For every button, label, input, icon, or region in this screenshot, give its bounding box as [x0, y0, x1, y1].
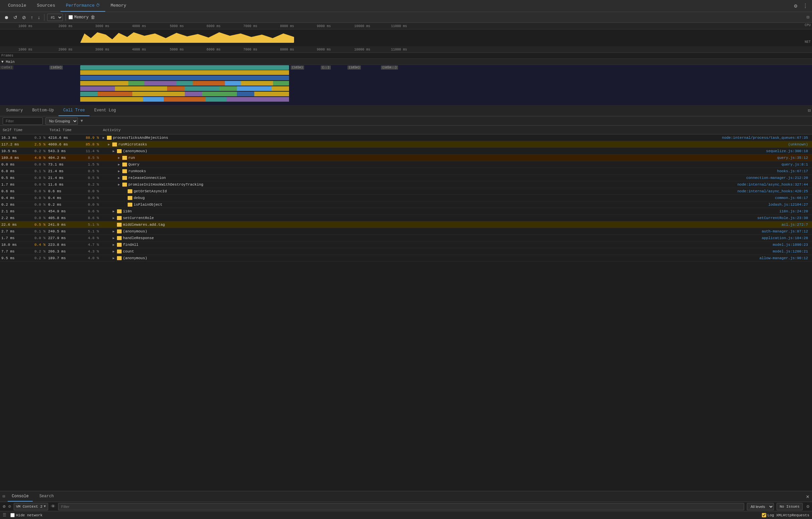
main-track-header[interactable]: ▼ Main: [0, 59, 812, 65]
expand-icon[interactable]: ▶: [112, 249, 116, 253]
flame-multicolor: [80, 81, 289, 86]
flame-chart-area[interactable]: (idle) (idle) (idle) (..) (idle) (idle..…: [0, 65, 812, 105]
console-clear-icon[interactable]: ⊘: [3, 503, 5, 509]
call-tree-table[interactable]: Self Time Total Time Activity 16.3 ms 0.…: [0, 126, 812, 491]
source-link[interactable]: connection-manager.js:212:20: [746, 176, 811, 180]
source-link[interactable]: (unknown): [788, 142, 811, 146]
expand-icon[interactable]: ▶: [117, 176, 121, 180]
table-row[interactable]: 16.3 ms 0.3 % 4216.6 ms 88.9 % ▶ process…: [0, 134, 812, 141]
delete-icon[interactable]: 🗑: [91, 15, 95, 20]
console-filter-bar: ⊘ ⊘ VM Context 2 ▼ 👁 All levels Verbose …: [0, 501, 812, 511]
expand-icon[interactable]: ▶: [117, 163, 121, 167]
table-row[interactable]: 0.0 ms 0.0 % 73.1 ms 1.5 % ▶ Query query…: [0, 161, 812, 168]
activity-cell: ▶ count model.js:1280:21: [100, 249, 812, 253]
refresh-button[interactable]: ↺: [12, 14, 19, 21]
source-link[interactable]: common.js:66:17: [775, 196, 811, 200]
table-row[interactable]: 117.2 ms 2.5 % 4069.6 ms 85.8 % ▶ runMic…: [0, 141, 812, 148]
log-xml-checkbox[interactable]: [762, 513, 766, 517]
table-row[interactable]: 22.6 ms 0.5 % 241.9 ms 5.1 % middlewares…: [0, 221, 812, 228]
close-drawer-icon[interactable]: ✕: [806, 493, 809, 500]
tab-summary[interactable]: Summary: [1, 105, 27, 116]
expand-panel-icon[interactable]: ⊟: [808, 108, 811, 113]
tab-sources[interactable]: Sources: [32, 0, 61, 12]
vm-context-selector[interactable]: VM Context 2 ▼: [14, 503, 48, 510]
table-row[interactable]: 0.6 ms 0.0 % 0.6 ms 0.0 % getOrSetAsyncI…: [0, 188, 812, 195]
table-row[interactable]: 2.2 ms 0.0 % 405.8 ms 8.6 % ▶ setCurrent…: [0, 215, 812, 221]
expand-icon[interactable]: ▶: [112, 216, 116, 220]
table-row[interactable]: 1.7 ms 0.0 % 11.6 ms 0.2 % ▶ promiseInit…: [0, 181, 812, 188]
activity-cell: debug common.js:66:17: [100, 196, 812, 200]
console-filter-icon[interactable]: ⊘: [8, 503, 11, 509]
status-left-icon[interactable]: ☰: [3, 513, 6, 518]
source-link[interactable]: query.js:35:12: [777, 156, 811, 160]
tab-performance[interactable]: Performance ⏱: [60, 0, 105, 12]
folder-icon: [117, 236, 122, 240]
memory-checkbox[interactable]: [68, 15, 73, 19]
table-row[interactable]: 9.5 ms 0.2 % 189.7 ms 4.0 % ▶ (anonymous…: [0, 255, 812, 262]
activity-name: runMicrotasks: [118, 142, 147, 146]
tab-console[interactable]: Console: [3, 0, 32, 12]
source-link[interactable]: i18n.js:24:20: [779, 209, 811, 213]
expand-icon[interactable]: ▶: [102, 136, 106, 140]
timeline-overview[interactable]: NET: [0, 29, 812, 46]
tab-event-log[interactable]: Event Log: [90, 105, 121, 116]
source-link[interactable]: acl.js:272:7: [782, 223, 811, 227]
download-button[interactable]: ↓: [36, 14, 41, 21]
console-settings-icon[interactable]: ⚙: [807, 503, 809, 509]
expand-icon[interactable]: ▶: [112, 209, 116, 213]
expand-icon[interactable]: ▶: [117, 156, 121, 160]
source-link[interactable]: setCurrentRole.js:23:30: [757, 216, 811, 220]
table-row[interactable]: 0.4 ms 0.0 % 0.4 ms 0.0 % debug common.j…: [0, 195, 812, 201]
clear-button[interactable]: ⊘: [21, 14, 27, 21]
expand-icon[interactable]: ▶: [112, 229, 116, 234]
source-link[interactable]: sequelize.js:300:18: [766, 149, 811, 153]
table-row[interactable]: 10.5 ms 0.2 % 543.3 ms 11.4 % ▶ (anonymo…: [0, 148, 812, 155]
source-link[interactable]: allow-manager.js:90:12: [759, 256, 811, 260]
expand-icon[interactable]: ▶: [112, 236, 116, 240]
record-button[interactable]: ⏺: [3, 14, 10, 21]
activity-name: i18n: [123, 209, 132, 213]
expand-icon[interactable]: ▶: [112, 256, 116, 260]
source-link[interactable]: node:internal/async_hooks:420:25: [737, 189, 811, 193]
settings-gear-icon[interactable]: ⚙: [793, 1, 799, 11]
expand-icon[interactable]: ▶: [112, 149, 116, 153]
upload-button[interactable]: ↑: [29, 14, 34, 21]
console-tab[interactable]: Console: [8, 491, 32, 501]
collapse-icon[interactable]: ⊟: [807, 15, 809, 20]
filter-input[interactable]: [3, 117, 43, 125]
grouping-select[interactable]: No Grouping URL Domain Subdomain Third P…: [46, 117, 78, 125]
tab-memory[interactable]: Memory: [105, 0, 132, 12]
source-link[interactable]: node:internal/async_hooks:327:44: [737, 183, 811, 187]
hide-network-checkbox[interactable]: [10, 513, 15, 517]
expand-icon[interactable]: ▶: [112, 243, 116, 247]
session-select[interactable]: #1: [47, 14, 63, 21]
console-filter-input[interactable]: [58, 503, 744, 510]
table-row[interactable]: 18.0 ms 0.4 % 223.8 ms 4.7 % ▶ findAll m…: [0, 241, 812, 248]
table-row[interactable]: 6.8 ms 0.1 % 21.4 ms 0.5 % ▶ runHooks ho…: [0, 168, 812, 174]
source-link[interactable]: auth-manager.js:87:12: [761, 229, 811, 234]
expand-icon[interactable]: ▶: [117, 183, 121, 187]
source-link[interactable]: lodash.js:12104:27: [768, 203, 811, 207]
table-row[interactable]: 2.7 ms 0.1 % 240.5 ms 5.1 % ▶ (anonymous…: [0, 228, 812, 235]
table-row[interactable]: 2.1 ms 0.0 % 454.9 ms 9.6 % ▶ i18n i18n.…: [0, 208, 812, 215]
table-row[interactable]: 7.7 ms 0.2 % 206.3 ms 4.3 % ▶ count mode…: [0, 248, 812, 255]
source-link[interactable]: model.js:1280:21: [773, 249, 811, 253]
search-tab[interactable]: Search: [35, 491, 58, 501]
tab-bottom-up[interactable]: Bottom-Up: [27, 105, 58, 116]
more-options-icon[interactable]: ⋮: [801, 1, 809, 11]
tab-call-tree[interactable]: Call Tree: [58, 105, 90, 116]
table-row[interactable]: 189.8 ms 4.0 % 404.2 ms 8.5 % ▶ run quer…: [0, 155, 812, 161]
eye-icon[interactable]: 👁: [51, 504, 55, 509]
drawer-toggle-icon[interactable]: ⊟: [3, 494, 5, 499]
table-row[interactable]: 0.2 ms 0.0 % 0.2 ms 0.0 % isPlainObject …: [0, 201, 812, 208]
source-link[interactable]: application.js:184:28: [761, 236, 811, 240]
expand-icon[interactable]: ▶: [117, 169, 121, 173]
source-link[interactable]: model.js:1090:23: [773, 243, 811, 247]
expand-icon[interactable]: ▶: [107, 142, 111, 146]
log-levels-select[interactable]: All levels Verbose Info Warnings Errors: [747, 503, 774, 510]
source-link[interactable]: node:internal/process/task_queues:67:35: [722, 136, 811, 140]
source-link[interactable]: hooks.js:67:17: [777, 169, 811, 173]
table-row[interactable]: 1.7 ms 0.0 % 227.9 ms 4.8 % ▶ handleResp…: [0, 235, 812, 241]
table-row[interactable]: 0.5 ms 0.0 % 21.4 ms 0.5 % ▶ releaseConn…: [0, 174, 812, 181]
source-link[interactable]: query.js:8:1: [782, 163, 811, 167]
